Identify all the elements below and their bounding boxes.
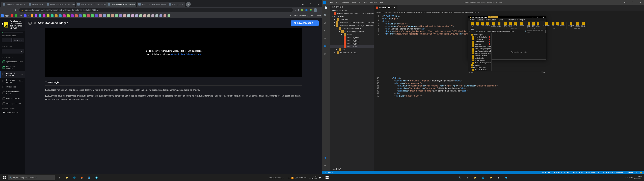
ribbon-button[interactable]: Copiar para <box>508 22 513 28</box>
ribbon-button[interactable]: Inverter seleção <box>580 22 586 28</box>
tree-file[interactable]: cadastro_conc… <box>330 36 374 39</box>
code-line[interactable]: <meta name="viewport" content="width=dev… <box>382 25 454 28</box>
open-editors-section[interactable]: ▾OPEN EDITORS <box>330 9 374 12</box>
tray-language[interactable]: POR PTB2 <box>299 177 307 178</box>
code-line[interactable]: <legend class="formulario__legenda">Info… <box>382 80 462 82</box>
menu-item[interactable]: Edit <box>335 1 340 4</box>
ribbon-button[interactable]: Copiar caminho <box>491 22 496 30</box>
nav-pane-item[interactable]: Acesso rápido <box>468 33 492 36</box>
nav-pane-item[interactable]: ugo.fernandes@estudante.ifto… (I:)📌 <box>468 50 492 52</box>
nav-pane-item[interactable]: Este Computador <box>468 66 492 68</box>
browser-tab[interactable]: Álvaro Z / mecanismos-em-programa…✕ <box>45 2 75 7</box>
sidebar-activity-item[interactable]: Preparando o ambiente <box>0 64 25 71</box>
browser-tab[interactable]: Spotify – I Miss You✕ <box>1 2 27 7</box>
sidebar-activity-item[interactable]: O que aprendemos? <box>0 101 25 106</box>
minimize-button[interactable]: ─ <box>530 16 536 18</box>
open-editor-item[interactable]: cadastro.html JavaScript na Web - valida… <box>330 12 374 15</box>
ribbon-tab[interactable]: Exibir <box>498 18 505 21</box>
ribbon-button[interactable]: Copiar <box>475 22 480 30</box>
nav-pane-item[interactable]: Área de Trabalho📌 <box>468 36 492 38</box>
bookmark-icon[interactable] <box>123 14 126 17</box>
nav-pane-item[interactable]: Digitalização <box>468 57 492 59</box>
menu-item[interactable]: Help <box>378 1 384 4</box>
bookmark-icon[interactable] <box>131 14 134 17</box>
code-line[interactable]: <input name="nascimento" id="nascimento"… <box>382 84 498 87</box>
ribbon-button[interactable]: Limpar seleção <box>575 22 580 28</box>
menu-item[interactable]: Run <box>362 1 368 4</box>
bookmark-icon[interactable] <box>63 14 66 17</box>
weather-widget[interactable]: 27°C Chuva fraca <box>269 177 284 179</box>
code-line[interactable]: <div class="input-container"> <box>382 82 422 84</box>
bookmark-icon[interactable] <box>144 14 146 17</box>
tree-folder[interactable]: ▾ 1. Validação com HTML <box>330 27 374 30</box>
new-tab-button[interactable]: ＋ <box>186 2 191 7</box>
avatar[interactable] <box>314 8 317 12</box>
nav-up-button[interactable]: ↑ <box>474 30 474 32</box>
bookmark-icon[interactable] <box>107 14 110 17</box>
breadcrumb-segment[interactable]: › Capturas de Tela <box>500 30 514 32</box>
bookmark-icon[interactable] <box>47 14 50 17</box>
cursor-position[interactable]: Ln 1, Col 1 <box>542 172 551 174</box>
extensions-view-icon[interactable]: ⊞ <box>324 37 328 41</box>
bookmark-icon[interactable] <box>43 14 46 17</box>
bookmark-icon[interactable] <box>119 14 122 17</box>
go-live[interactable]: Go Live <box>598 172 604 174</box>
extension-icon[interactable]: 🔵 <box>305 9 308 11</box>
menu-item[interactable]: View <box>351 1 357 4</box>
notifications-icon[interactable]: 🔔 <box>640 172 642 174</box>
maximize-button[interactable]: ☐ <box>628 0 636 5</box>
bookmark-icon[interactable] <box>71 14 74 17</box>
sidebar-activity-item[interactable]: Para saber mais: Regex <box>0 89 25 96</box>
taskbar-search[interactable]: 🔍 Digite aqui para pesquisar <box>8 175 55 180</box>
browser-tab[interactable]: JavaScript na Web: validação de…✕ <box>106 2 136 7</box>
bookmark-item[interactable]: Apps <box>5 15 9 17</box>
bookmark-icon[interactable] <box>103 14 106 17</box>
outline-section[interactable]: ▸OUTLINE <box>330 168 374 170</box>
tree-file[interactable]: cadastro_prod… <box>330 42 374 45</box>
taskbar-app-github[interactable]: ◉ <box>495 174 502 181</box>
extensions-button[interactable]: 🧩 <box>310 9 312 11</box>
bookmark-icon[interactable] <box>67 14 70 17</box>
ribbon-button[interactable]: Histórico <box>560 22 566 26</box>
ribbon-button[interactable]: Fácil acesso <box>536 22 541 28</box>
task-view-button[interactable]: ⊞ <box>464 174 471 181</box>
code-line[interactable]: <!DOCTYPE html> <box>382 15 400 18</box>
ribbon-button[interactable]: Fixar no Acesso rápido <box>470 22 475 30</box>
menu-button[interactable]: ⋮ <box>319 9 321 11</box>
nav-pane-item[interactable]: Imagens📌 <box>468 43 492 45</box>
bookmark-icon[interactable] <box>156 14 158 17</box>
ribbon-button[interactable]: Propriedades <box>542 22 551 26</box>
nav-pane-item[interactable]: Área de Trabalho <box>468 68 492 71</box>
menu-item[interactable]: Go <box>358 1 362 4</box>
bookmark-item[interactable]: M <box>28 15 29 17</box>
bookmark-icon[interactable] <box>83 14 86 17</box>
menu-icon[interactable] <box>2 23 3 26</box>
manage-tab[interactable]: Gerenciar <box>488 16 498 18</box>
minimap[interactable] <box>627 14 644 170</box>
search-view-icon[interactable]: 🔍 <box>324 14 328 18</box>
bookmark-icon[interactable] <box>39 14 42 17</box>
module-selector[interactable]: ▾ <box>2 49 24 54</box>
ribbon-button[interactable]: Mover para <box>503 22 508 28</box>
taskbar-clock[interactable]: 11:54 10/03/2022 <box>634 176 642 180</box>
screenshot-notify[interactable]: ✂ 54 mins <box>625 177 632 179</box>
ribbon-tab[interactable]: Compartilhar <box>484 18 498 21</box>
next-activity-button[interactable]: PRÓXIMA ATIVIDADE→ <box>291 20 319 26</box>
forward-button[interactable]: → <box>7 8 12 12</box>
bookmark-item[interactable]: LIFE <box>18 15 22 17</box>
sidebar-activity-item[interactable]: Regex para senhas11min <box>0 78 25 84</box>
code-line[interactable]: <link href="https://fonts.googleapis.com… <box>382 32 476 35</box>
indentation[interactable]: Spaces: 4 <box>554 172 562 174</box>
taskbar-app-chrome[interactable]: 🌐 <box>71 174 78 181</box>
minimize-button[interactable]: ─ <box>621 0 628 5</box>
start-button[interactable] <box>324 174 330 181</box>
ribbon-tab[interactable]: Início <box>477 18 484 21</box>
extension-icon[interactable]: ⬇ <box>298 9 299 11</box>
tree-folder[interactable]: ▸ Code Test <box>330 18 374 21</box>
tree-folder[interactable]: ▾ validacao-doguito-main <box>330 30 374 33</box>
video-player[interactable]: Não foi possível reproduzir o vídeo. Par… <box>45 28 302 77</box>
bookmark-overflow[interactable]: » <box>290 14 292 17</box>
sidebar-activity-item[interactable]: Apresentação02min <box>0 59 25 64</box>
editor-tab[interactable]: cadastro.html✕ <box>374 5 398 10</box>
bookmark-icon[interactable] <box>160 14 162 17</box>
